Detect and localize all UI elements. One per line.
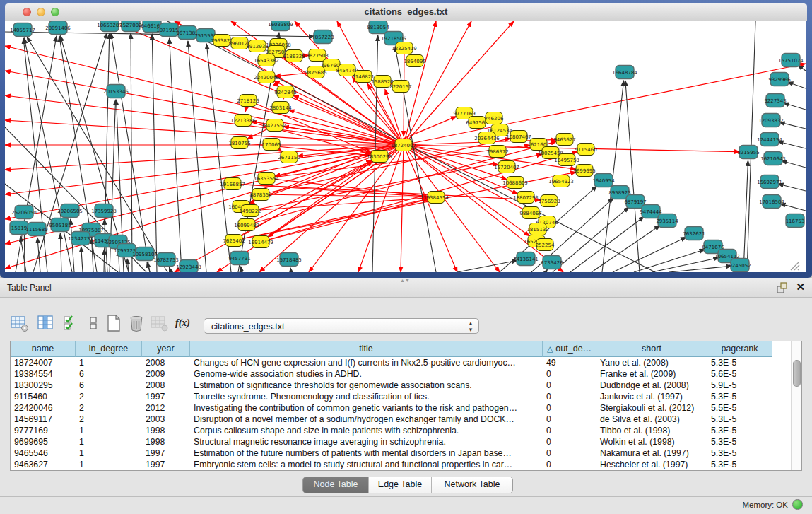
cell-year[interactable]: 2003 xyxy=(142,414,190,425)
citation-edge[interactable] xyxy=(81,247,83,272)
cell-year[interactable]: 2009 xyxy=(142,368,190,380)
citation-edge-red[interactable] xyxy=(404,145,500,272)
citation-edge[interactable] xyxy=(152,34,157,272)
new-table-button[interactable] xyxy=(105,314,124,334)
cell-in_degree[interactable]: 2 xyxy=(76,414,142,425)
cell-name[interactable]: 9463627 xyxy=(11,459,76,470)
cell-out_de[interactable]: 0 xyxy=(543,425,596,436)
cell-pagerank[interactable]: 5.3E-5 xyxy=(707,414,772,425)
citation-edge[interactable] xyxy=(169,267,171,272)
citation-edge[interactable] xyxy=(131,33,132,272)
cell-name[interactable]: 9777169 xyxy=(11,425,76,436)
cell-name[interactable]: 14569117 xyxy=(11,414,76,425)
cell-in_degree[interactable]: 2 xyxy=(76,402,142,414)
citation-edge[interactable] xyxy=(170,38,182,272)
citation-edge[interactable] xyxy=(457,260,517,272)
cell-name[interactable]: 22420046 xyxy=(11,402,76,414)
cell-year[interactable]: 2008 xyxy=(142,380,190,391)
table-row[interactable]: 969969511998Structural magnetic resonanc… xyxy=(11,436,772,448)
cell-year[interactable]: 1998 xyxy=(142,436,190,448)
table-row[interactable]: 2242004622012Investigating the contribut… xyxy=(11,402,772,414)
cell-in_degree[interactable]: 1 xyxy=(76,357,142,368)
citation-edge-red[interactable] xyxy=(5,95,404,145)
cell-short[interactable]: Hescheler et al. (1997) xyxy=(596,459,707,470)
cell-year[interactable]: 1997 xyxy=(142,391,190,402)
cell-title[interactable]: Genome-wide association studies in ADHD. xyxy=(190,368,543,380)
cell-name[interactable]: 9115460 xyxy=(11,391,76,402)
tab-network-table[interactable]: Network Table xyxy=(432,477,512,493)
column-header-short[interactable]: short xyxy=(596,341,707,357)
cell-year[interactable]: 2012 xyxy=(142,402,190,414)
cell-out_de[interactable]: 0 xyxy=(543,414,596,425)
cell-short[interactable]: Tibbo et al. (1998) xyxy=(596,425,707,436)
cell-pagerank[interactable]: 5.3E-5 xyxy=(707,391,772,402)
citation-edge[interactable] xyxy=(780,204,806,211)
cell-name[interactable]: 19384554 xyxy=(11,368,76,380)
citation-edge[interactable] xyxy=(553,207,629,272)
citation-edge[interactable] xyxy=(60,233,61,272)
cell-year[interactable]: 1997 xyxy=(142,459,190,470)
table-row[interactable]: 1456911722003Disruption of a novel membe… xyxy=(11,414,772,425)
column-header-year[interactable]: year xyxy=(142,341,190,357)
citation-edge[interactable] xyxy=(787,82,806,88)
cell-pagerank[interactable]: 5.6E-5 xyxy=(707,368,772,380)
cell-title[interactable]: Disruption of a novel member of a sodium… xyxy=(190,414,543,425)
cell-in_degree[interactable]: 6 xyxy=(76,380,142,391)
citation-edge[interactable] xyxy=(37,238,40,272)
table-row[interactable]: 911546021997Tourette syndrome. Phenomeno… xyxy=(11,391,772,402)
cell-in_degree[interactable]: 1 xyxy=(76,448,142,459)
cell-pagerank[interactable]: 5.3E-5 xyxy=(707,436,772,448)
cell-title[interactable]: Embryonic stem cells: a model to study s… xyxy=(190,459,543,470)
cell-short[interactable]: Nakamura et al. (1997) xyxy=(596,448,707,459)
citation-edge[interactable] xyxy=(625,81,640,272)
column-header-in_degree[interactable]: in_degree xyxy=(76,341,142,357)
splitter-handle-icon[interactable]: ▲▼ xyxy=(400,279,410,282)
citation-edge-red[interactable] xyxy=(401,145,404,272)
cell-out_de[interactable]: 0 xyxy=(543,436,596,448)
float-panel-icon[interactable] xyxy=(777,282,788,293)
citation-edge[interactable] xyxy=(16,36,57,272)
citation-edge-red[interactable] xyxy=(404,64,806,145)
citation-edge[interactable] xyxy=(783,103,806,110)
cell-title[interactable]: Estimation of the future numbers of pati… xyxy=(190,448,543,459)
resize-grip[interactable] xyxy=(791,262,799,270)
cell-in_degree[interactable]: 1 xyxy=(76,459,142,470)
citation-edge[interactable] xyxy=(652,258,719,272)
vertical-scrollbar[interactable] xyxy=(791,341,801,470)
tab-node-table[interactable]: Node Table xyxy=(303,477,369,493)
cell-pagerank[interactable]: 5.3E-5 xyxy=(707,448,772,459)
table-row[interactable]: 1830029562008Estimation of significance … xyxy=(11,380,772,391)
cell-short[interactable]: de Silva et al. (2003) xyxy=(596,414,707,425)
cell-name[interactable]: 18300295 xyxy=(11,380,76,391)
citation-edge[interactable] xyxy=(546,269,548,272)
cell-pagerank[interactable]: 5.3E-5 xyxy=(707,357,772,368)
table-row[interactable]: 1872400712008Changes of HCN gene express… xyxy=(11,357,772,368)
cell-year[interactable]: 1997 xyxy=(142,448,190,459)
citation-edge[interactable] xyxy=(669,266,731,272)
cell-short[interactable]: Wolkin et al. (1998) xyxy=(596,436,707,448)
cell-in_degree[interactable]: 2 xyxy=(76,391,142,402)
table-row[interactable]: 946362711997Embryonic stem cells: a mode… xyxy=(11,459,772,470)
citation-edge-red[interactable] xyxy=(5,145,404,170)
table-row[interactable]: 946554611997Estimation of the future num… xyxy=(11,448,772,459)
cell-short[interactable]: Yano et al. (2008) xyxy=(596,357,707,368)
cell-pagerank[interactable]: 5.5E-5 xyxy=(707,402,772,414)
citation-edge[interactable] xyxy=(105,249,105,272)
citation-edge[interactable] xyxy=(290,268,291,272)
cell-out_de[interactable]: 0 xyxy=(543,391,596,402)
cell-title[interactable]: Corpus callosum shape and size in male p… xyxy=(190,425,543,436)
cell-name[interactable]: 9465546 xyxy=(11,448,76,459)
cell-out_de[interactable]: 0 xyxy=(543,380,596,391)
tab-edge-table[interactable]: Edge Table xyxy=(369,477,432,493)
cell-out_de[interactable]: 0 xyxy=(543,368,596,380)
cell-name[interactable]: 9699695 xyxy=(11,436,76,448)
select-rows-button[interactable] xyxy=(62,314,82,334)
cell-title[interactable]: Investigating the contribution of common… xyxy=(190,402,543,414)
close-panel-icon[interactable]: ✕ xyxy=(796,281,805,293)
cell-title[interactable]: Structural magnetic resonance image aver… xyxy=(190,436,543,448)
cell-short[interactable]: Jankovic et al. (1997) xyxy=(596,391,707,402)
cell-year[interactable]: 1998 xyxy=(142,425,190,436)
cell-in_degree[interactable]: 1 xyxy=(76,425,142,436)
cell-pagerank[interactable]: 5.3E-5 xyxy=(707,459,772,470)
citation-edge[interactable] xyxy=(20,236,26,272)
